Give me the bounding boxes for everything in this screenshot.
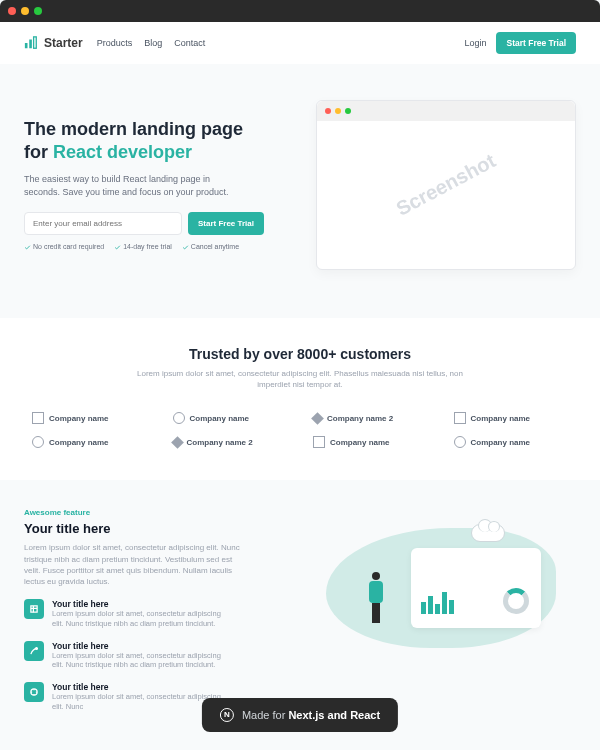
trusted-section: Trusted by over 8000+ customers Lorem ip… <box>0 318 600 480</box>
feature-icon <box>24 682 44 702</box>
login-link[interactable]: Login <box>464 38 486 48</box>
feature-item-desc: Lorem ipsum dolor sit amet, consectetur … <box>52 609 232 629</box>
hero-start-trial-button[interactable]: Start Free Trial <box>188 212 264 235</box>
feature-item-desc: Lorem ipsum dolor sit amet, consectetur … <box>52 651 232 671</box>
hero-subtitle: The easiest way to build React landing p… <box>24 173 244 198</box>
cloud-icon <box>471 524 505 542</box>
check-cancel: Cancel anytime <box>182 243 239 251</box>
start-trial-button[interactable]: Start Free Trial <box>496 32 576 54</box>
feature-item: Your title here Lorem ipsum dolor sit am… <box>24 641 300 671</box>
circle-icon <box>32 436 44 448</box>
brand-item: Company name <box>305 436 436 448</box>
square-icon <box>313 436 325 448</box>
feature-item-title: Your title here <box>52 682 232 692</box>
svg-rect-2 <box>34 37 37 48</box>
mock-dot-min <box>335 108 341 114</box>
brand-name-label: Company name <box>49 414 109 423</box>
feature-illustration <box>316 508 576 668</box>
brand-item: Company name <box>446 412 577 424</box>
brand-name: Starter <box>44 36 83 50</box>
check-icon <box>114 244 121 251</box>
circle-icon <box>454 436 466 448</box>
screenshot-watermark: Screenshot <box>393 149 500 220</box>
brand-name-label: Company name <box>49 438 109 447</box>
hero-title: The modern landing page for React develo… <box>24 118 296 163</box>
brand-item: Company name <box>24 412 155 424</box>
email-capture: Start Free Trial <box>24 212 264 235</box>
brand-name-label: Company name <box>190 414 250 423</box>
mock-chrome <box>317 101 575 121</box>
brand-logo[interactable]: Starter <box>24 36 83 50</box>
bar-chart-icon <box>421 592 454 614</box>
brand-name-label: Company name 2 <box>327 414 393 423</box>
hero-title-for: for <box>24 142 53 162</box>
feature-item: Your title here Lorem ipsum dolor sit am… <box>24 599 300 629</box>
nav-products[interactable]: Products <box>97 38 133 48</box>
svg-rect-0 <box>25 43 28 48</box>
traffic-light-close <box>8 7 16 15</box>
traffic-light-max <box>34 7 42 15</box>
feature-icon <box>24 641 44 661</box>
check-14day: 14-day free trial <box>114 243 172 251</box>
trusted-subtitle: Lorem ipsum dolor sit amet, consectetur … <box>130 368 470 390</box>
brand-name-label: Company name <box>471 414 531 423</box>
feature-overtitle: Awesome feature <box>24 508 300 517</box>
svg-rect-1 <box>29 40 32 49</box>
bars-icon <box>24 36 38 50</box>
brand-item: Company name <box>165 412 296 424</box>
nav-blog[interactable]: Blog <box>144 38 162 48</box>
nav-contact[interactable]: Contact <box>174 38 205 48</box>
brand-item: Company name 2 <box>165 436 296 448</box>
screenshot-placeholder: Screenshot <box>316 100 576 270</box>
brand-grid: Company nameCompany nameCompany name 2Co… <box>24 412 576 448</box>
check-icon <box>24 244 31 251</box>
made-for-banner: N Made for Next.js and React <box>202 698 398 732</box>
hero-title-accent: React developer <box>53 142 192 162</box>
banner-bold: Next.js and React <box>288 709 380 721</box>
traffic-light-min <box>21 7 29 15</box>
feature-item-title: Your title here <box>52 599 232 609</box>
whiteboard <box>411 548 541 628</box>
hero-checks: No credit card required 14-day free tria… <box>24 243 296 251</box>
brand-name-label: Company name <box>330 438 390 447</box>
hero-title-line1: The modern landing page <box>24 119 243 139</box>
diamond-icon <box>311 412 324 425</box>
brand-name-label: Company name 2 <box>187 438 253 447</box>
circle-icon <box>173 412 185 424</box>
brand-name-label: Company name <box>471 438 531 447</box>
mock-dot-max <box>345 108 351 114</box>
check-icon <box>182 244 189 251</box>
square-icon <box>32 412 44 424</box>
diamond-icon <box>171 436 184 449</box>
feature-item-title: Your title here <box>52 641 232 651</box>
feature-desc: Lorem ipsum dolor sit amet, consectetur … <box>24 542 244 587</box>
check-no-card: No credit card required <box>24 243 104 251</box>
mock-dot-close <box>325 108 331 114</box>
brand-item: Company name <box>24 436 155 448</box>
brand-item: Company name 2 <box>305 412 436 424</box>
trusted-title: Trusted by over 8000+ customers <box>24 346 576 362</box>
site-header: Starter Products Blog Contact Login Star… <box>0 22 600 64</box>
brand-item: Company name <box>446 436 577 448</box>
browser-chrome <box>0 0 600 22</box>
hero-section: The modern landing page for React develo… <box>0 64 600 318</box>
banner-prefix: Made for <box>242 709 285 721</box>
square-icon <box>454 412 466 424</box>
email-input[interactable] <box>24 212 182 235</box>
nextjs-icon: N <box>220 708 234 722</box>
feature-icon <box>24 599 44 619</box>
main-nav: Products Blog Contact <box>97 38 206 48</box>
donut-chart-icon <box>503 588 529 614</box>
person-icon <box>372 572 383 623</box>
feature-title: Your title here <box>24 521 300 536</box>
feature-section: Awesome feature Your title here Lorem ip… <box>0 480 600 750</box>
